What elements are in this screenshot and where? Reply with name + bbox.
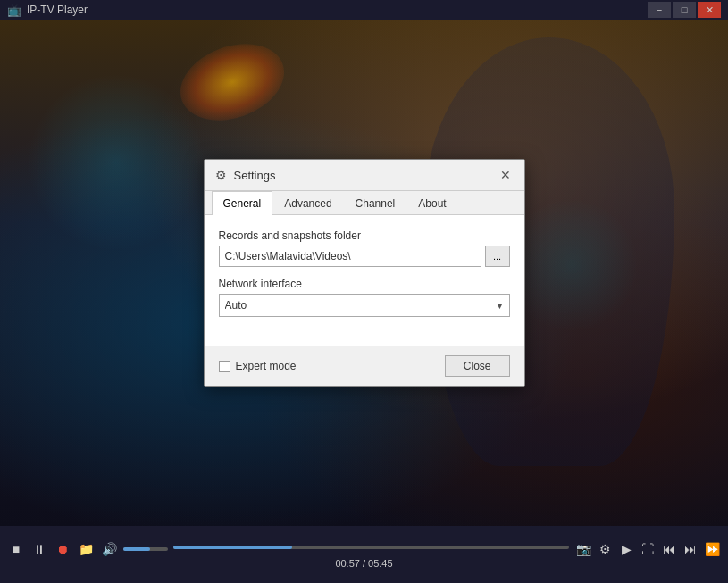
title-bar: 📺 IP-TV Player − □ ✕ xyxy=(0,0,728,20)
app-icon: 📺 xyxy=(7,4,21,17)
tab-about[interactable]: About xyxy=(406,191,457,215)
close-button[interactable]: Close xyxy=(445,355,510,377)
dialog-close-button[interactable]: ✕ xyxy=(498,167,514,183)
records-field-row: ... xyxy=(219,246,510,267)
next-button[interactable]: ⏭ xyxy=(682,540,699,558)
maximize-button[interactable]: □ xyxy=(673,2,696,18)
stop-button[interactable]: ■ xyxy=(7,540,25,558)
browse-button[interactable]: ... xyxy=(485,246,510,267)
minimize-button[interactable]: − xyxy=(648,2,671,18)
tab-channel[interactable]: Channel xyxy=(344,191,407,215)
expert-mode-row: Expert mode xyxy=(219,360,297,372)
network-select[interactable]: Auto xyxy=(219,294,510,317)
record-button[interactable]: ⏺ xyxy=(54,540,71,558)
right-controls: 📷 ⚙ ▶ ⛶ ⏮ ⏭ ⏩ xyxy=(574,540,721,558)
records-label: Records and snapshots folder xyxy=(219,229,510,242)
tab-advanced[interactable]: Advanced xyxy=(272,191,343,215)
network-select-row: Auto ▼ xyxy=(219,294,510,317)
progress-bar-fill xyxy=(173,546,292,549)
settings-button[interactable]: ⚙ xyxy=(596,540,614,558)
volume-fill xyxy=(123,547,150,551)
open-file-button[interactable]: 📁 xyxy=(77,540,95,558)
fast-forward-button[interactable]: ⏩ xyxy=(703,540,721,558)
volume-button[interactable]: 🔊 xyxy=(100,540,118,558)
network-label: Network interface xyxy=(219,278,510,290)
dialog-title: Settings xyxy=(234,169,276,182)
dialog-footer: Expert mode Close xyxy=(205,346,524,386)
controls-bar: ■ ⏸ ⏺ 📁 🔊 📷 ⚙ ▶ ⛶ ⏮ ⏭ ⏩ 00:57 / 05:45 xyxy=(0,526,728,583)
time-display: 00:57 / 05:45 xyxy=(7,558,721,569)
pause-button[interactable]: ⏸ xyxy=(30,540,48,558)
title-bar-left: 📺 IP-TV Player xyxy=(7,4,88,17)
dialog-content: Records and snapshots folder ... Network… xyxy=(205,215,524,346)
gear-icon: ⚙ xyxy=(215,168,227,182)
dialog-title-left: ⚙ Settings xyxy=(215,168,276,182)
dialog-overlay: ⚙ Settings ✕ General Advanced Channel Ab… xyxy=(0,20,728,526)
app-title: IP-TV Player xyxy=(27,4,88,16)
title-bar-controls: − □ ✕ xyxy=(648,2,721,18)
progress-bar[interactable] xyxy=(173,546,569,549)
prev-button[interactable]: ⏮ xyxy=(660,540,678,558)
buttons-row: ■ ⏸ ⏺ 📁 🔊 📷 ⚙ ▶ ⛶ ⏮ ⏭ ⏩ xyxy=(7,540,721,558)
expert-mode-label: Expert mode xyxy=(236,360,297,372)
window-close-button[interactable]: ✕ xyxy=(698,2,721,18)
dialog-tabs: General Advanced Channel About xyxy=(205,191,524,215)
dialog-title-bar: ⚙ Settings ✕ xyxy=(205,160,524,191)
tab-general[interactable]: General xyxy=(212,191,273,215)
expert-mode-checkbox[interactable] xyxy=(219,361,230,372)
play-button[interactable]: ▶ xyxy=(617,540,635,558)
screenshot-button[interactable]: 📷 xyxy=(574,540,592,558)
volume-bar[interactable] xyxy=(123,547,168,551)
records-input[interactable] xyxy=(219,246,481,267)
settings-dialog: ⚙ Settings ✕ General Advanced Channel Ab… xyxy=(204,159,525,387)
fullscreen-button[interactable]: ⛶ xyxy=(639,540,657,558)
progress-row xyxy=(173,546,569,549)
